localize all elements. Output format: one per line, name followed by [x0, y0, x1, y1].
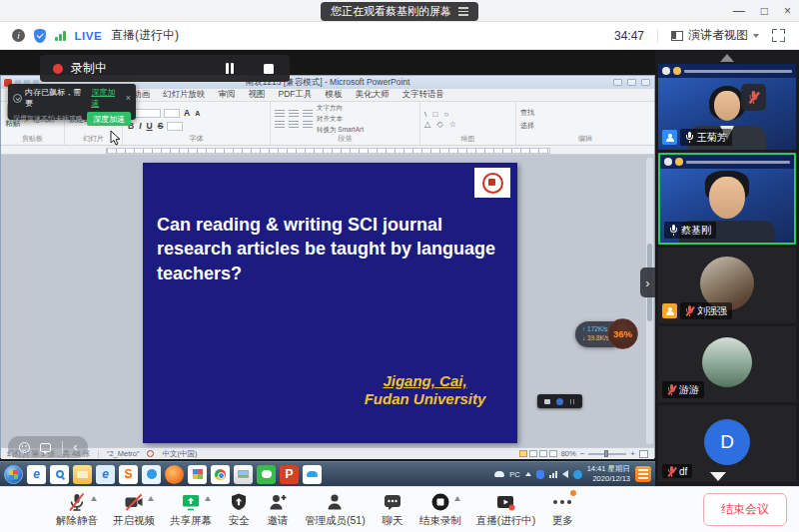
- tray-shield-icon[interactable]: [536, 470, 544, 479]
- chrome-icon[interactable]: [211, 465, 230, 484]
- tab-beautify[interactable]: 美化大师: [356, 89, 390, 101]
- text-direction-button[interactable]: 文字方向: [317, 104, 364, 113]
- video-options-arrow[interactable]: [148, 496, 154, 501]
- select-button[interactable]: 选择: [520, 121, 534, 131]
- tab-text-to-speech[interactable]: 文字转语音: [402, 89, 445, 101]
- taskbar-clock[interactable]: 14:41 星期日 2020/12/13: [587, 464, 630, 484]
- vertical-scrollbar[interactable]: [646, 158, 653, 444]
- stop-recording-icon-button[interactable]: [264, 64, 274, 74]
- more-button[interactable]: 更多: [548, 491, 576, 528]
- tray-promo-icon[interactable]: [635, 466, 651, 482]
- numbering-button[interactable]: [289, 110, 299, 118]
- font-color-button[interactable]: [167, 122, 183, 131]
- share-options-arrow[interactable]: [205, 496, 211, 501]
- participant-tile-liuqiangqiang[interactable]: 刘强强: [658, 248, 796, 323]
- fit-to-window-button[interactable]: [639, 450, 648, 458]
- meeting-protection-shield-icon[interactable]: [34, 29, 46, 43]
- banner-menu-icon[interactable]: [458, 7, 468, 16]
- info-icon[interactable]: i: [12, 29, 25, 42]
- chat-bubble-icon[interactable]: [40, 443, 51, 452]
- tab-view[interactable]: 视图: [249, 89, 266, 101]
- powerpoint-taskbar-icon[interactable]: P: [280, 465, 299, 484]
- sogou-icon[interactable]: S: [119, 465, 138, 484]
- find-button[interactable]: 查找: [520, 108, 534, 118]
- input-method-indicator[interactable]: PC: [509, 470, 519, 479]
- bullets-button[interactable]: [275, 110, 285, 118]
- security-button[interactable]: 安全: [225, 491, 253, 528]
- spellcheck-icon[interactable]: [147, 450, 154, 457]
- participant-tile-youyou[interactable]: 游游: [658, 326, 796, 402]
- participant-tile-df[interactable]: D df: [658, 405, 796, 482]
- view-mode-button[interactable]: 演讲者视图: [671, 27, 759, 44]
- muted-indicator-float[interactable]: [741, 84, 766, 111]
- zoom-slider[interactable]: [588, 453, 626, 455]
- media-play-icon[interactable]: [556, 398, 563, 405]
- tab-pdf-tools[interactable]: PDF工具: [279, 89, 313, 101]
- emoji-reaction-icon[interactable]: [19, 442, 30, 453]
- align-text-button[interactable]: 对齐文本: [317, 115, 364, 124]
- grow-font-button[interactable]: A: [183, 108, 191, 118]
- office-grid-icon[interactable]: [188, 465, 207, 484]
- collapse-icon[interactable]: ‹: [73, 441, 77, 453]
- expand-panel-button[interactable]: ›: [640, 267, 655, 297]
- tray-network-icon[interactable]: [549, 471, 557, 478]
- shrink-font-button[interactable]: A: [194, 110, 201, 117]
- photo-viewer-icon[interactable]: [234, 465, 253, 484]
- strikethrough-button[interactable]: S: [157, 121, 165, 131]
- tray-cloud-icon[interactable]: [494, 471, 504, 477]
- indent-button[interactable]: [303, 110, 313, 118]
- close-button[interactable]: ×: [784, 5, 791, 17]
- share-screen-button[interactable]: 共享屏幕: [168, 491, 214, 528]
- memory-usage-ball[interactable]: 36%: [607, 318, 638, 349]
- manage-members-button[interactable]: 管理成员(51): [303, 491, 368, 528]
- tray-speaker-icon[interactable]: [562, 470, 568, 478]
- end-meeting-button[interactable]: 结束会议: [703, 493, 787, 526]
- screen-viewing-banner[interactable]: 您正在观看蔡基刚的屏幕: [321, 2, 478, 21]
- participant-tile-wangjufang[interactable]: 王菊芳: [658, 64, 796, 150]
- unmute-button[interactable]: 解除静音: [54, 491, 100, 528]
- powerpoint-window-controls[interactable]: [613, 79, 650, 86]
- mini-media-控制bar[interactable]: [537, 394, 582, 408]
- italic-button[interactable]: I: [138, 121, 142, 131]
- live-streaming-button[interactable]: 直播(进行中): [474, 491, 538, 528]
- invite-button[interactable]: 邀请: [264, 491, 292, 528]
- minimize-button[interactable]: —: [733, 5, 745, 17]
- media-icon[interactable]: [544, 399, 550, 404]
- folder-icon[interactable]: [73, 465, 92, 484]
- stop-recording-button[interactable]: 结束录制: [417, 491, 463, 528]
- tray-expand-icon[interactable]: [525, 472, 531, 476]
- tab-slideshow[interactable]: 幻灯片放映: [163, 89, 206, 101]
- pause-recording-button[interactable]: [226, 63, 235, 74]
- recording-options-arrow[interactable]: [454, 496, 460, 501]
- internet-explorer-icon[interactable]: e: [27, 465, 46, 484]
- align-right-button[interactable]: [303, 121, 313, 129]
- mic-options-arrow[interactable]: [91, 496, 97, 501]
- search-icon[interactable]: [50, 465, 69, 484]
- media-more-icon[interactable]: [570, 399, 576, 404]
- font-size-dropdown[interactable]: [164, 109, 180, 118]
- scroll-down-arrow-icon[interactable]: [710, 472, 726, 481]
- participant-tile-caijigang[interactable]: 蔡基刚: [658, 153, 796, 245]
- cloud-drive-icon[interactable]: [303, 465, 322, 484]
- zoom-slider-thumb[interactable]: [604, 450, 608, 457]
- firefox-icon[interactable]: [165, 465, 184, 484]
- maximize-button[interactable]: □: [761, 5, 768, 17]
- slide[interactable]: Can reading & writing SCI journal resear…: [143, 163, 517, 443]
- align-center-button[interactable]: [289, 121, 299, 129]
- qq-browser-icon[interactable]: [142, 465, 161, 484]
- tab-templates[interactable]: 模板: [326, 89, 343, 101]
- tab-review[interactable]: 审阅: [219, 89, 236, 101]
- align-left-button[interactable]: [275, 121, 285, 129]
- shapes-row[interactable]: △ ◇ ☆: [424, 120, 458, 129]
- tray-app-icon[interactable]: [573, 470, 582, 479]
- scroll-up-arrow-icon[interactable]: [720, 54, 734, 62]
- shapes-row[interactable]: \ □ ○: [424, 110, 458, 119]
- chat-button[interactable]: 聊天: [379, 491, 406, 528]
- deep-boost-button[interactable]: 深度加速: [87, 112, 131, 126]
- start-button[interactable]: [4, 465, 23, 484]
- language-indicator[interactable]: 中文(中国): [162, 449, 197, 459]
- view-mode-buttons[interactable]: [519, 450, 557, 457]
- start-video-button[interactable]: 开启视频: [111, 491, 157, 528]
- zoom-out-button[interactable]: −: [580, 450, 585, 458]
- underline-button[interactable]: U: [146, 121, 154, 131]
